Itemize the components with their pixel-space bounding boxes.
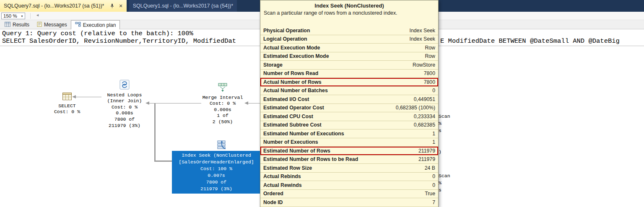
tab-results[interactable]: Results	[1, 21, 33, 29]
tab-sqlquery1[interactable]: SQLQuery1.sql - (lo...Works2017 (sa (54)…	[129, 0, 237, 12]
node-text-line: 0.007s	[172, 172, 261, 179]
property-label: Node ID	[263, 199, 283, 205]
property-value: 0,233334	[414, 114, 435, 119]
plan-arrow-elbow-vertical	[154, 104, 156, 162]
property-value: 211979	[418, 156, 435, 162]
results-grid-icon	[5, 22, 10, 28]
property-label: Storage	[263, 62, 283, 68]
property-value: Index Seek	[409, 28, 435, 34]
tab-messages-label: Messages	[44, 22, 67, 28]
zoom-combobox[interactable]: 150 % ▼	[1, 13, 25, 19]
property-value: 24 B	[425, 165, 435, 171]
tooltip-property-row: Actual Execution Mode Row	[260, 44, 438, 52]
tooltip-title: Index Seek (NonClustered)	[260, 3, 438, 9]
tab-label: SQLQuery7.sql - (lo...Works2017 (sa (51)…	[4, 3, 104, 9]
tooltip-property-row: Estimated CPU Cost 0,233334	[260, 112, 438, 121]
tooltip-property-row: Estimated Row Size 24 B	[260, 164, 438, 173]
tab-label: SQLQuery1.sql - (lo...Works2017 (sa (54)…	[133, 3, 233, 9]
tooltip-property-row: Number of Rows Read 7800	[260, 70, 438, 78]
property-label: Estimated Subtree Cost	[263, 122, 322, 128]
node-text-line: 0.000s	[197, 107, 248, 113]
tab-sqlquery7[interactable]: SQLQuery7.sql - (lo...Works2017 (sa (51)…	[0, 0, 127, 12]
tab-execution-plan[interactable]: Execution plan	[71, 20, 120, 29]
node-text-fragment: s	[439, 127, 456, 134]
messages-icon	[37, 22, 42, 28]
tooltip-description: Scan a particular range of rows from a n…	[260, 10, 438, 16]
tooltip-property-row: Node ID 7	[260, 198, 438, 207]
property-value: True	[425, 191, 435, 197]
tooltip-property-row: Estimated Execution Mode Row	[260, 52, 438, 61]
property-label: Actual Execution Mode	[263, 45, 320, 51]
node-text-line: [SalesOrderHeaderEnlarged]	[172, 159, 261, 166]
property-value: 211979	[418, 148, 435, 154]
plan-arrow-elbow-horizontal	[154, 160, 173, 162]
node-text-fragment: Scan	[439, 172, 456, 179]
tooltip-property-row: Number of Executions 1	[260, 138, 438, 147]
tooltip-property-row: Actual Rebinds 0	[260, 173, 438, 181]
plan-arrow	[76, 97, 101, 97]
property-value: 0	[432, 173, 435, 179]
tab-execution-plan-label: Execution plan	[83, 22, 116, 28]
query-cost-line: Query 1: Query cost (relative to the bat…	[2, 30, 193, 37]
property-value: 0,682385 (100%)	[396, 105, 435, 111]
property-value: 0,682385	[414, 122, 435, 128]
property-label: Estimated Execution Mode	[263, 53, 329, 59]
property-value: 0	[432, 88, 435, 93]
close-icon[interactable]: ✕	[119, 4, 122, 8]
node-text-line: 211979 (3%)	[99, 123, 150, 129]
node-text-fragment	[439, 201, 456, 207]
property-label: Estimated Number of Rows	[263, 148, 330, 154]
property-label: Actual Rewinds	[263, 182, 302, 188]
tab-messages[interactable]: Messages	[33, 21, 71, 29]
property-value: 0,449051	[414, 96, 435, 102]
scroll-left-icon[interactable]: ◄	[36, 13, 39, 17]
property-value: 0	[432, 182, 435, 188]
tooltip-property-row: Actual Rewinds 0	[260, 181, 438, 190]
node-text-line: 211979 (3%)	[172, 186, 261, 192]
tooltip-property-row: Ordered True	[260, 190, 438, 199]
property-value: 7800	[424, 79, 435, 85]
node-text-line: Cost: 0 %	[99, 104, 150, 111]
zoom-value: 150 %	[2, 13, 19, 18]
property-label: Number of Executions	[263, 139, 318, 145]
plan-node-select[interactable]: SELECTCost: 0 %	[51, 92, 83, 115]
property-label: Estimated CPU Cost	[263, 114, 313, 119]
property-label: Logical Operation	[263, 36, 307, 42]
tooltip-property-list: Physical Operation Index Seek Logical Op…	[260, 26, 438, 207]
tooltip-property-row: Actual Number of Batches 0	[260, 87, 438, 96]
node-text-line: (Inner Join)	[99, 98, 150, 104]
node-text-line: Cost: 100 %	[172, 166, 261, 172]
plan-node-merge-interval[interactable]: Merge IntervalCost: 0 %0.000s1 of2 (50%)	[197, 83, 248, 125]
plan-node-index-seek[interactable]: Index Seek (NonClustered[SalesOrderHeade…	[172, 151, 261, 194]
node-text-line: 7800 of	[172, 179, 261, 186]
node-text-line: Cost: 0 %	[197, 101, 248, 107]
node-text-line: Merge Interval	[197, 95, 248, 101]
property-label: Estimated Operator Cost	[263, 105, 324, 111]
property-label: Estimated I/O Cost	[263, 96, 309, 102]
plan-node-nested-loops[interactable]: Nested Loops(Inner Join)Cost: 0 %0.008s7…	[99, 80, 150, 129]
node-text-fragment: s	[439, 186, 456, 194]
node-text-fragment: %	[439, 120, 456, 127]
node-text-fragment	[439, 141, 456, 148]
tooltip-property-row: Estimated Operator Cost 0,682385 (100%)	[260, 104, 438, 113]
property-value: 7	[432, 199, 435, 205]
tooltip-property-row: Storage RowStore	[260, 61, 438, 70]
tooltip-property-row: Physical Operation Index Seek	[260, 26, 438, 35]
node-text-line: Cost: 0 %	[51, 109, 83, 115]
property-label: Ordered	[263, 191, 283, 197]
merge-interval-icon	[218, 83, 228, 94]
property-value: RowStore	[413, 62, 435, 68]
tooltip-property-row: Estimated I/O Cost 0,449051	[260, 95, 438, 104]
node-text-line: 2 (50%)	[197, 119, 248, 125]
chevron-down-icon[interactable]: ▼	[19, 15, 25, 18]
occluded-node-top: Scan%s)	[439, 91, 456, 155]
select-operator-icon	[62, 92, 72, 103]
pin-icon[interactable]	[110, 3, 114, 8]
operator-tooltip: Index Seek (NonClustered) Scan a particu…	[260, 0, 439, 207]
property-value: 1	[432, 139, 435, 145]
plan-arrow-head	[244, 101, 248, 105]
occluded-node-bottom: Scan%s)	[439, 151, 456, 207]
statement-text-left: SELECT SalesOrderID, RevisionNumber,Terr…	[2, 38, 236, 45]
tooltip-property-row: Actual Number of Rows 7800	[260, 78, 438, 87]
node-text-line: Index Seek (NonClustered	[172, 152, 261, 159]
